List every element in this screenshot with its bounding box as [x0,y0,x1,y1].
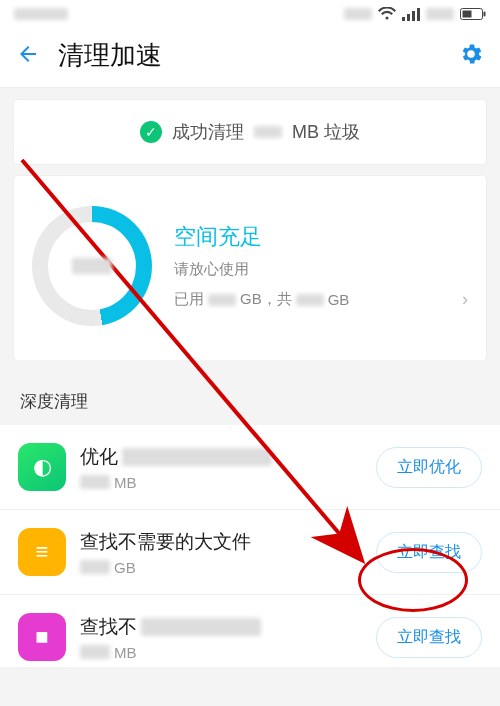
find-other-icon: ■ [18,613,66,661]
svg-rect-1 [407,14,410,21]
storage-status-subtitle: 请放心使用 [174,260,468,279]
storage-card[interactable]: 空间充足 请放心使用 已用 GB，共 GB › [14,176,486,360]
success-check-icon: ✓ [140,121,162,143]
total-gb-blur [296,294,324,306]
list-item-optimize[interactable]: ◐ 优化 MB 立即优化 [0,425,500,510]
app-header: 清理加速 [0,28,500,87]
optimize-title-prefix: 优化 [80,444,118,470]
status-left-blur [14,8,68,20]
optimize-now-button[interactable]: 立即优化 [376,447,482,488]
svg-rect-6 [463,11,472,18]
find-other-title-prefix: 查找不 [80,614,137,640]
list-item-large-files[interactable]: ≡ 查找不需要的大文件 GB 立即查找 [0,510,500,595]
clean-success-card: ✓ 成功清理 MB 垃圾 [14,100,486,164]
wifi-icon [378,7,396,21]
optimize-title-blur [122,448,272,466]
find-other-title-blur [141,618,261,636]
settings-icon[interactable] [458,41,484,71]
status-bar [0,0,500,28]
large-files-icon: ≡ [18,528,66,576]
optimize-size-blur [80,475,110,489]
success-text-suffix: MB 垃圾 [292,120,360,144]
used-gb-blur [208,294,236,306]
list-item-find-other[interactable]: ■ 查找不 MB 立即查找 [0,595,500,667]
svg-rect-5 [484,12,486,17]
signal-icon [402,7,420,21]
find-other-size-blur [80,645,110,659]
storage-status-title: 空间充足 [174,222,468,252]
large-files-title: 查找不需要的大文件 [80,529,251,555]
svg-rect-3 [417,8,420,21]
status-center-blur [344,8,372,20]
large-files-size-blur [80,560,110,574]
chevron-right-icon: › [448,289,468,310]
optimize-icon: ◐ [18,443,66,491]
cleaned-amount-blur [254,126,282,138]
svg-rect-2 [412,11,415,21]
success-text-prefix: 成功清理 [172,120,244,144]
find-now-button-2[interactable]: 立即查找 [376,617,482,658]
status-right-blur [426,8,454,20]
find-now-button[interactable]: 立即查找 [376,532,482,573]
svg-rect-0 [402,17,405,21]
storage-usage-line: 已用 GB，共 GB › [174,289,468,310]
back-icon[interactable] [16,42,40,70]
storage-percent-blur [72,258,112,274]
storage-ring-chart [32,206,152,326]
battery-icon [460,7,486,21]
page-title: 清理加速 [58,38,162,73]
deep-clean-header: 深度清理 [0,360,500,425]
deep-clean-list: ◐ 优化 MB 立即优化 ≡ 查找不需要的大文件 GB 立即查找 ■ [0,425,500,667]
